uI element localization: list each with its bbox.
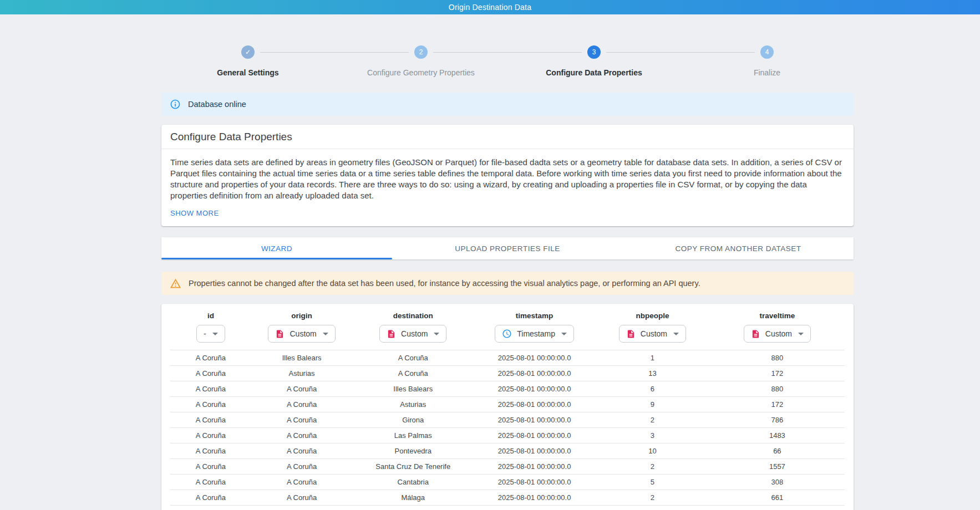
table-row: A CoruñaA CoruñaGirona2025-08-01 00:00:0… xyxy=(170,412,845,428)
table-cell: 9 xyxy=(595,397,710,412)
table-cell: A Coruña xyxy=(170,459,251,475)
selected-type-label: Custom xyxy=(290,329,316,338)
card-body-text: Time series data sets are defined by are… xyxy=(161,149,854,201)
table-cell: 1557 xyxy=(710,459,845,475)
step-label: General Settings xyxy=(217,68,278,77)
info-banner: Database online xyxy=(161,93,854,116)
tab-wizard[interactable]: WIZARD xyxy=(161,237,392,259)
step-check-icon: ✓ xyxy=(241,45,255,59)
id-type-select[interactable]: - xyxy=(196,325,225,343)
chevron-down-icon xyxy=(212,333,218,335)
column-header-row: idorigindestinationtimestampnbpeopletrav… xyxy=(170,309,845,325)
selected-type-label: Custom xyxy=(765,329,792,338)
table-cell: 172 xyxy=(710,366,845,381)
step-number: 2 xyxy=(414,45,428,59)
table-cell: A Coruña xyxy=(251,428,352,443)
column-type-cell-nbpeople: Custom xyxy=(595,325,710,350)
origin-type-select[interactable]: Custom xyxy=(268,325,335,343)
table-cell: 880 xyxy=(710,350,845,366)
table-cell: A Coruña xyxy=(170,366,251,381)
step-number: 3 xyxy=(587,45,601,59)
file-icon xyxy=(751,329,760,339)
info-icon xyxy=(170,99,181,110)
table-cell: 13 xyxy=(595,366,710,381)
table-cell: Illes Balears xyxy=(352,381,474,397)
table-cell: Santa Cruz De Tenerife xyxy=(352,459,474,475)
warning-icon xyxy=(170,278,181,289)
table-row: A CoruñaA CoruñaMálaga2025-08-01 00:00:0… xyxy=(170,490,845,506)
stepper-step-1[interactable]: ✓General Settings xyxy=(161,45,334,77)
tab-upload-properties-file[interactable]: UPLOAD PROPERTIES FILE xyxy=(392,237,623,259)
table-cell: A Coruña xyxy=(251,397,352,412)
table-row: A CoruñaA CoruñaCantabria2025-08-01 00:0… xyxy=(170,475,845,490)
table-cell: A Coruña xyxy=(251,443,352,459)
traveltime-type-select[interactable]: Custom xyxy=(744,325,811,343)
table-row: A CoruñaA CoruñaIlles Balears2025-08-01 … xyxy=(170,381,845,397)
table-cell: 880 xyxy=(710,381,845,397)
table-row: A CoruñaA CoruñaAsturias2025-08-01 00:00… xyxy=(170,397,845,412)
column-type-cell-traveltime: Custom xyxy=(710,325,845,350)
stepper: ✓General Settings2Configure Geometry Pro… xyxy=(161,45,854,77)
table-cell: 2 xyxy=(595,412,710,428)
description-card: Configure Data Properties Time series da… xyxy=(161,125,854,226)
table-cell: A Coruña xyxy=(251,475,352,490)
column-type-cell-destination: Custom xyxy=(352,325,474,350)
column-type-cell-timestamp: Timestamp xyxy=(474,325,595,350)
stepper-step-2[interactable]: 2Configure Geometry Properties xyxy=(334,45,507,77)
column-header-traveltime: traveltime xyxy=(710,309,845,325)
table-cell: 2025-08-01 00:00:00.0 xyxy=(474,490,595,506)
table-cell: 661 xyxy=(710,490,845,506)
table-cell: A Coruña xyxy=(251,412,352,428)
card-title: Configure Data Properties xyxy=(161,125,854,149)
table-cell: Girona xyxy=(352,412,474,428)
table-cell: 6 xyxy=(595,381,710,397)
table-cell: A Coruña xyxy=(251,490,352,506)
column-header-origin: origin xyxy=(251,309,352,325)
clock-icon xyxy=(502,329,512,339)
main-content: ✓General Settings2Configure Geometry Pro… xyxy=(161,45,854,510)
table-cell: Illes Balears xyxy=(251,350,352,366)
table-cell: Cantabria xyxy=(352,475,474,490)
chevron-down-icon xyxy=(561,333,567,335)
table-cell: A Coruña xyxy=(251,381,352,397)
column-header-id: id xyxy=(170,309,251,325)
table-row: A CoruñaIlles BalearsA Coruña2025-08-01 … xyxy=(170,350,845,366)
selected-type-label: Timestamp xyxy=(517,329,555,338)
table-cell: 308 xyxy=(710,475,845,490)
table-cell: A Coruña xyxy=(170,381,251,397)
table-row: A CoruñaA CoruñaSanta Cruz De Tenerife20… xyxy=(170,459,845,475)
table-cell: 2025-08-01 00:00:00.0 xyxy=(474,397,595,412)
tab-copy-from-another-dataset[interactable]: COPY FROM ANOTHER DATASET xyxy=(623,237,854,259)
table-cell: A Coruña xyxy=(170,475,251,490)
table-cell: A Coruña xyxy=(170,350,251,366)
destination-type-select[interactable]: Custom xyxy=(379,325,446,343)
info-banner-text: Database online xyxy=(188,100,246,109)
table-cell: A Coruña xyxy=(352,350,474,366)
table-cell: 3 xyxy=(595,428,710,443)
table-cell: 2 xyxy=(595,490,710,506)
table-cell: A Coruña xyxy=(170,428,251,443)
show-more-link[interactable]: SHOW MORE xyxy=(170,209,219,217)
step-label: Finalize xyxy=(754,68,780,77)
timestamp-type-select[interactable]: Timestamp xyxy=(495,325,574,343)
file-icon xyxy=(275,329,285,339)
table-cell: Pontevedra xyxy=(352,443,474,459)
chevron-down-icon xyxy=(323,333,328,335)
table-cell: 172 xyxy=(710,397,845,412)
file-icon xyxy=(626,329,636,339)
column-header-nbpeople: nbpeople xyxy=(595,309,710,325)
table-cell: 786 xyxy=(710,412,845,428)
column-type-selector-row: -CustomCustomTimestampCustomCustom xyxy=(170,325,845,350)
table-row: A CoruñaA CoruñaLas Palmas2025-08-01 00:… xyxy=(170,428,845,443)
table-cell: A Coruña xyxy=(251,459,352,475)
stepper-step-3[interactable]: 3Configure Data Properties xyxy=(507,45,681,77)
table-row: A CoruñaAsturiasA Coruña2025-08-01 00:00… xyxy=(170,366,845,381)
table-cell: 2025-08-01 00:00:00.0 xyxy=(474,443,595,459)
table-cell: 2025-08-01 00:00:00.0 xyxy=(474,428,595,443)
table-cell: 2025-08-01 00:00:00.0 xyxy=(474,350,595,366)
chevron-down-icon xyxy=(434,333,439,335)
table-cell: 5 xyxy=(595,475,710,490)
table-cell: 2025-08-01 00:00:00.0 xyxy=(474,475,595,490)
stepper-step-4[interactable]: 4Finalize xyxy=(681,45,854,77)
nbpeople-type-select[interactable]: Custom xyxy=(619,325,686,343)
